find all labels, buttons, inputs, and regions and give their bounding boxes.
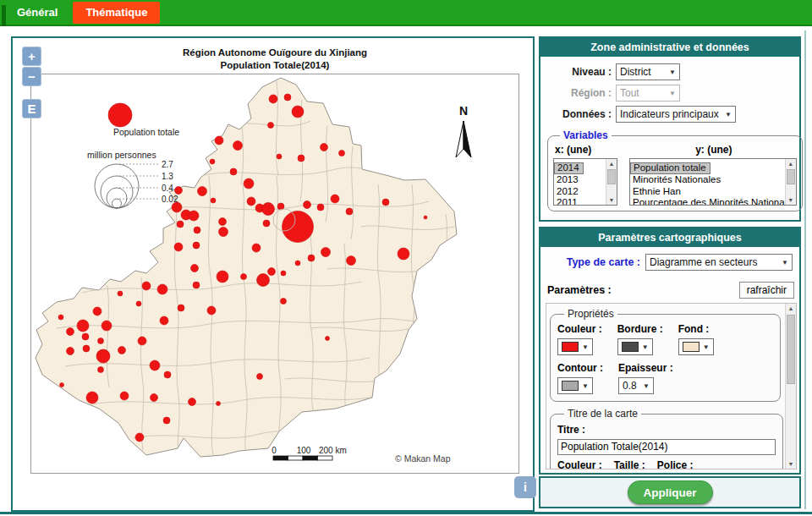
population-bubble <box>207 306 216 315</box>
population-bubble <box>67 328 74 336</box>
donnees-select[interactable]: Indicateurs principaux ▼ <box>616 106 736 123</box>
tab-thematique[interactable]: Thématique <box>73 2 160 24</box>
population-bubble <box>174 243 183 251</box>
contour-swatch-select[interactable]: ▼ <box>557 377 593 394</box>
legend-unit-label: million personnes <box>87 150 156 160</box>
refresh-button[interactable]: rafraîchir <box>739 282 794 299</box>
map-title: Région Autonome Ouïgoure du Xinjiang Pop… <box>30 47 519 72</box>
topbar-left-accent <box>2 5 6 26</box>
population-bubble <box>193 242 200 249</box>
population-bubble <box>150 360 160 371</box>
color-chip <box>622 342 639 352</box>
y-listbox-scrollbar[interactable]: ▲ ▼ <box>785 159 796 205</box>
scroll-up-icon[interactable]: ▲ <box>606 159 617 168</box>
zoom-in-button[interactable]: + <box>22 47 41 66</box>
listbox-option[interactable]: Minorités Nationales <box>630 174 785 186</box>
zoom-out-button[interactable]: − <box>22 67 41 86</box>
map-title-legend: Titre de la carte <box>564 408 641 420</box>
y-axis-label: y: (une) <box>631 144 797 156</box>
population-bubble <box>283 211 314 243</box>
parameters-scrollbar[interactable]: ▲ ▼ <box>785 304 796 469</box>
scale-tick-200: 200 km <box>319 446 347 455</box>
population-bubble <box>219 228 228 237</box>
population-bubble <box>163 417 170 424</box>
admin-zone-panel: Zone administrative et données Niveau : … <box>539 36 801 222</box>
listbox-option[interactable]: 2013 <box>554 174 606 186</box>
bordure-swatch-select[interactable]: ▼ <box>617 338 653 355</box>
properties-legend: Propriétés <box>564 308 617 320</box>
chevron-down-icon: ▼ <box>782 259 788 266</box>
listbox-option[interactable]: 2014 <box>554 162 584 174</box>
population-bubble <box>211 198 216 203</box>
population-bubble <box>331 195 339 203</box>
population-bubble <box>164 371 171 378</box>
couleur-swatch-select[interactable]: ▼ <box>557 338 593 355</box>
titre-taille-label: Taille : <box>614 459 645 470</box>
x-listbox-scrollbar[interactable]: ▲ ▼ <box>606 159 617 205</box>
extent-button[interactable]: E <box>22 99 41 118</box>
north-label: N <box>459 104 468 118</box>
scrollbar-thumb[interactable] <box>787 169 795 184</box>
x-year-listbox[interactable]: 2014201320122011 ▲ ▼ <box>553 158 617 206</box>
population-bubble <box>244 178 254 189</box>
apply-button[interactable]: Appliquer <box>628 480 713 504</box>
scrollbar-thumb[interactable] <box>787 315 795 384</box>
niveau-select[interactable]: District ▼ <box>616 63 680 80</box>
map-type-label: Type de carte : <box>567 256 640 268</box>
legend-size-value: 2.7 <box>162 160 173 169</box>
listbox-option[interactable]: Ethnie Han <box>630 186 785 198</box>
color-chip <box>562 342 579 352</box>
info-button[interactable]: i <box>514 476 536 498</box>
carto-panel-header: Paramètres cartographiques <box>540 228 799 247</box>
map-panel: Région Autonome Ouïgoure du Xinjiang Pop… <box>11 36 535 512</box>
population-bubble <box>268 268 276 276</box>
parameters-scroll-region[interactable]: Propriétés Couleur : ▼ Bordure : ▼ <box>546 303 797 469</box>
listbox-option[interactable]: 2011 <box>554 197 606 206</box>
scroll-up-icon[interactable]: ▲ <box>786 159 796 168</box>
listbox-option[interactable]: Pourcentage des Minorités Nationa <box>630 197 785 206</box>
titre-input[interactable] <box>557 439 776 455</box>
population-bubble <box>77 320 89 332</box>
scrollbar-thumb[interactable] <box>607 169 616 184</box>
scroll-down-icon[interactable]: ▼ <box>786 459 796 469</box>
population-bubble <box>151 394 158 402</box>
scale-tick-0: 0 <box>272 446 277 455</box>
population-bubble <box>67 348 74 355</box>
population-bubble <box>284 94 291 101</box>
map-title-fieldset: Titre de la carte Titre : Couleur : Tail… <box>550 408 783 469</box>
population-bubble <box>189 398 196 406</box>
niveau-label: Niveau : <box>540 66 612 78</box>
population-bubble <box>136 301 141 306</box>
color-chip <box>562 381 579 391</box>
population-bubble <box>262 203 275 216</box>
fond-swatch-select[interactable]: ▼ <box>678 338 714 355</box>
population-bubble <box>60 383 64 387</box>
fond-label: Fond : <box>678 323 714 335</box>
population-bubble <box>191 265 199 272</box>
tab-general[interactable]: Général <box>17 6 58 19</box>
chevron-down-icon: ▼ <box>669 69 676 76</box>
xinjiang-map: Population totale million personnes 2.71… <box>31 74 518 473</box>
scroll-up-icon[interactable]: ▲ <box>786 304 796 313</box>
epaisseur-select[interactable]: 0.8 ▼ <box>618 377 654 394</box>
population-bubble <box>247 197 255 206</box>
legend-size-circles: 2.71.30.40.02 <box>95 160 178 209</box>
population-bubble <box>157 284 167 294</box>
legend-size-value: 1.3 <box>162 172 173 181</box>
population-bubble <box>96 349 110 363</box>
carto-params-panel: Paramètres cartographiques Type de carte… <box>539 227 801 475</box>
scroll-down-icon[interactable]: ▼ <box>606 195 617 205</box>
region-select[interactable]: Tout ▼ <box>616 85 680 102</box>
y-variable-listbox[interactable]: Population totaleMinorités NationalesEth… <box>629 158 797 206</box>
apply-panel: Appliquer <box>539 476 801 508</box>
scroll-down-icon[interactable]: ▼ <box>786 195 796 205</box>
listbox-option[interactable]: Population totale <box>630 162 710 174</box>
listbox-option[interactable]: 2012 <box>554 186 606 198</box>
map-type-select[interactable]: Diagramme en secteurs ▼ <box>645 254 793 271</box>
map-frame[interactable]: Population totale million personnes 2.71… <box>30 74 519 474</box>
bordure-label: Bordure : <box>617 323 663 335</box>
population-bubble <box>424 216 427 219</box>
population-bubble <box>217 402 221 406</box>
population-bubble <box>281 299 287 305</box>
chevron-down-icon: ▼ <box>643 382 650 390</box>
